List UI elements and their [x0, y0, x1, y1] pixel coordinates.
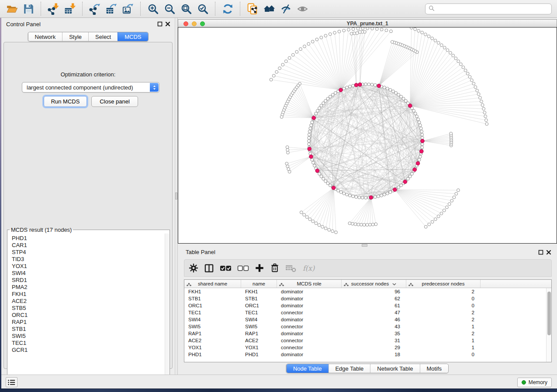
network-leaf-node[interactable]: [484, 115, 487, 118]
network-leaf-node[interactable]: [485, 123, 488, 126]
network-leaf-node[interactable]: [452, 54, 455, 57]
network-node[interactable]: [419, 124, 422, 127]
network-leaf-node[interactable]: [437, 215, 440, 218]
network-leaf-node[interactable]: [474, 86, 477, 89]
memory-button[interactable]: Memory: [517, 378, 552, 387]
network-node[interactable]: [343, 192, 346, 195]
mcds-result-item[interactable]: CAR1: [12, 242, 164, 249]
network-leaf-node[interactable]: [440, 212, 443, 215]
network-node[interactable]: [383, 86, 386, 89]
network-leaf-node[interactable]: [455, 193, 458, 196]
network-node[interactable]: [337, 189, 340, 192]
network-leaf-node[interactable]: [466, 72, 469, 75]
table-tab-edge-table[interactable]: Edge Table: [328, 364, 370, 373]
network-leaf-node[interactable]: [287, 151, 290, 154]
network-leaf-node[interactable]: [347, 28, 350, 31]
mcds-dominator-node[interactable]: [393, 188, 397, 192]
network-leaf-node[interactable]: [434, 218, 437, 221]
network-leaf-node[interactable]: [471, 79, 474, 82]
network-leaf-node[interactable]: [357, 223, 360, 226]
network-node[interactable]: [394, 92, 398, 95]
network-leaf-node[interactable]: [360, 223, 363, 226]
mcds-dominator-node[interactable]: [354, 83, 358, 87]
network-node[interactable]: [377, 195, 380, 198]
mcds-result-scrollbar[interactable]: [165, 234, 169, 388]
save-icon[interactable]: [20, 1, 37, 16]
network-node[interactable]: [331, 93, 334, 96]
network-node[interactable]: [308, 133, 311, 136]
mcds-result-item[interactable]: TID3: [12, 256, 164, 263]
column-header-name[interactable]: name: [241, 280, 277, 288]
close-panel-button[interactable]: Close panel: [91, 96, 138, 107]
window-minimize-icon[interactable]: [192, 21, 197, 26]
network-leaf-node[interactable]: [431, 37, 434, 40]
table-scrollbar[interactable]: [546, 288, 551, 362]
network-leaf-node[interactable]: [479, 96, 482, 100]
network-leaf-node[interactable]: [446, 206, 449, 209]
network-leaf-node[interactable]: [462, 66, 465, 69]
task-history-button[interactable]: [6, 377, 17, 387]
mcds-result-item[interactable]: STP4: [12, 249, 164, 256]
network-node[interactable]: [324, 100, 327, 103]
network-leaf-node[interactable]: [335, 231, 338, 234]
network-leaf-node[interactable]: [363, 224, 366, 227]
import-table-icon[interactable]: [62, 1, 78, 16]
network-leaf-node[interactable]: [481, 103, 484, 107]
network-node[interactable]: [343, 87, 346, 90]
mcds-result-item[interactable]: STB1: [12, 326, 164, 333]
mcds-dominator-node[interactable]: [403, 180, 407, 184]
network-node[interactable]: [308, 143, 311, 146]
network-leaf-node[interactable]: [331, 230, 334, 233]
network-leaf-node[interactable]: [311, 40, 314, 43]
network-leaf-node[interactable]: [324, 34, 327, 37]
network-leaf-node[interactable]: [477, 93, 480, 96]
network-leaf-node[interactable]: [434, 39, 437, 42]
network-leaf-node[interactable]: [288, 170, 291, 173]
network-leaf-node[interactable]: [457, 60, 460, 63]
mcds-result-item[interactable]: FKH1: [12, 291, 164, 298]
network-node[interactable]: [374, 196, 377, 199]
network-leaf-node[interactable]: [454, 57, 457, 60]
mcds-result-item[interactable]: YOX1: [12, 263, 164, 270]
mcds-dominator-node[interactable]: [408, 104, 412, 108]
network-window-titlebar[interactable]: YPA_prune.txt_1: [178, 19, 557, 27]
mcds-dominator-node[interactable]: [309, 155, 313, 159]
network-leaf-node[interactable]: [270, 78, 273, 81]
network-leaf-node[interactable]: [299, 48, 302, 51]
network-node[interactable]: [313, 164, 316, 167]
network-leaf-node[interactable]: [427, 35, 430, 38]
network-leaf-node[interactable]: [457, 189, 460, 192]
network-node[interactable]: [421, 133, 424, 136]
network-leaf-node[interactable]: [318, 224, 321, 227]
export-table-icon[interactable]: [103, 1, 120, 16]
network-leaf-node[interactable]: [371, 223, 374, 226]
network-node[interactable]: [420, 130, 423, 133]
vertical-splitter-grip[interactable]: [175, 193, 177, 199]
network-leaf-node[interactable]: [353, 32, 356, 35]
network-leaf-node[interactable]: [280, 116, 283, 119]
network-node[interactable]: [415, 115, 419, 118]
zoom-selected-icon[interactable]: [194, 1, 211, 16]
table-row[interactable]: SWI4SWI4dominator462: [184, 316, 546, 323]
table-tab-motifs[interactable]: Motifs: [419, 364, 448, 373]
network-node[interactable]: [389, 191, 392, 194]
network-node[interactable]: [412, 109, 415, 112]
mcds-dominator-node[interactable]: [369, 196, 373, 199]
network-leaf-node[interactable]: [464, 69, 467, 72]
network-leaf-node[interactable]: [410, 28, 413, 29]
tab-style[interactable]: Style: [62, 32, 88, 41]
mcds-dominator-node[interactable]: [377, 84, 381, 88]
network-leaf-node[interactable]: [338, 30, 341, 33]
refresh-icon[interactable]: [219, 1, 236, 16]
network-leaf-node[interactable]: [286, 148, 289, 151]
mcds-dominator-node[interactable]: [308, 147, 311, 151]
network-leaf-node[interactable]: [329, 33, 332, 36]
mcds-dominator-node[interactable]: [420, 149, 424, 153]
network-leaf-node[interactable]: [303, 213, 306, 217]
network-node[interactable]: [421, 136, 424, 139]
float-table-panel-icon[interactable]: [538, 249, 543, 255]
export-network-icon[interactable]: [86, 1, 103, 16]
network-node[interactable]: [367, 83, 370, 86]
network-node[interactable]: [397, 93, 400, 96]
network-leaf-node[interactable]: [443, 46, 446, 49]
